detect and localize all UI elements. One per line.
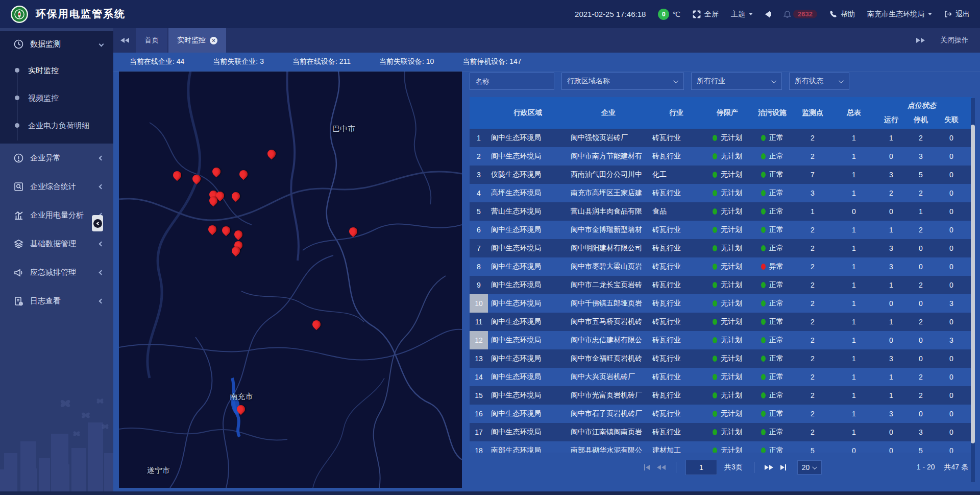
status-dot-icon (713, 319, 717, 325)
row-number: 18 (470, 441, 488, 453)
cell-limit: 无计划 (703, 368, 751, 386)
table-row[interactable]: 11阆中生态环境局阆中市五马桥页岩机砖砖瓦行业无计划正常21120 (470, 313, 972, 331)
table-row[interactable]: 15阆中生态环境局阆中市光富页岩机砖厂砖瓦行业无计划正常21120 (470, 386, 972, 405)
cell-run: 0 (876, 294, 906, 313)
cell-stop: 5 (906, 166, 935, 184)
table-row[interactable]: 5营山生态环境局营山县润丰肉食品有限食品无计划正常10010 (470, 202, 972, 221)
cell-facility: 正常 (751, 129, 793, 147)
logout-button[interactable]: 退出 (944, 10, 970, 19)
header-datetime: 2021-02-25 17:46:18 (575, 10, 646, 18)
table-row[interactable]: 14阆中生态环境局阆中大兴页岩机砖厂砖瓦行业无计划正常21120 (470, 368, 972, 386)
sidebar-item-power-load-detail[interactable]: 企业电力负荷明细 (0, 112, 113, 139)
cell-region: 阆中生态环境局 (488, 294, 568, 313)
cell-limit: 无计划 (703, 349, 751, 368)
speaker-icon[interactable] (765, 11, 771, 18)
notification-bell[interactable]: 2632 (783, 10, 817, 18)
row-number: 10 (470, 294, 488, 313)
table-row[interactable]: 4高坪生态环境局南充市高坪区王家店建砖瓦行业无计划正常31220 (470, 184, 972, 202)
table-row[interactable]: 1阆中生态环境局阆中强锐页岩砖厂砖瓦行业无计划正常21120 (470, 129, 972, 147)
map-pin-icon[interactable] (239, 170, 248, 182)
sidebar-group-log-view[interactable]: 日志查看 (0, 287, 113, 315)
sidebar-item-video-monitor[interactable]: 视频监控 (0, 84, 113, 112)
sidebar-item-realtime-monitor[interactable]: 实时监控 (0, 57, 113, 84)
cell-company: 阆中千佛镇五郎垭页岩 (568, 294, 649, 313)
cell-lost: 0 (935, 313, 968, 331)
stat-item: 当前失联企业: 3 (213, 57, 264, 66)
table-row[interactable]: 6阆中生态环境局阆中市金博瑞新型墙材砖瓦行业无计划正常21120 (470, 221, 972, 239)
cell-company: 阆中市忠信建材有限公 (568, 331, 649, 349)
next-page-button[interactable] (764, 464, 774, 471)
close-operations-button[interactable]: 关闭操作 (940, 36, 969, 45)
table-scrollbar[interactable] (971, 125, 975, 443)
map-collapse-handle[interactable] (92, 215, 103, 231)
map-pin-icon[interactable] (209, 196, 218, 208)
table-row[interactable]: 2阆中生态环境局阆中市南方节能建材有砖瓦行业无计划正常21030 (470, 147, 972, 166)
page-size-select[interactable]: 20 (797, 460, 822, 475)
page-input[interactable] (685, 460, 717, 475)
status-filter-select[interactable]: 所有状态 (789, 73, 849, 90)
cell-limit: 无计划 (703, 221, 751, 239)
tab-home[interactable]: 首页 (136, 28, 167, 53)
table-row[interactable]: 3仪陇生态环境局西南油气田分公司川中化工无计划正常71350 (470, 166, 972, 184)
chevron-down-icon (99, 41, 104, 46)
cell-run: 1 (876, 221, 906, 239)
table-row[interactable]: 13阆中生态环境局阆中市金福旺页岩机砖砖瓦行业无计划正常21300 (470, 349, 972, 368)
industry-filter-select[interactable]: 所有行业 (691, 73, 782, 90)
cell-limit: 无计划 (703, 166, 751, 184)
table-row[interactable]: 10阆中生态环境局阆中千佛镇五郎垭页岩砖瓦行业无计划正常21003 (470, 294, 972, 313)
status-dot-icon (761, 282, 766, 288)
sidebar-group-emergency-reduction[interactable]: 应急减排管理 (0, 258, 113, 287)
help-button[interactable]: 帮助 (829, 10, 855, 19)
fullscreen-button[interactable]: 全屏 (693, 10, 719, 19)
map-pin-icon[interactable] (208, 225, 217, 237)
table-row[interactable]: 9阆中生态环境局阆中市二龙长宝页岩砖砖瓦行业无计划正常21120 (470, 276, 972, 294)
map-pin-icon[interactable] (267, 149, 276, 161)
map-pin-icon[interactable] (231, 192, 240, 204)
cell-lost: 0 (935, 202, 968, 221)
tab-scroll-right-icon[interactable] (916, 38, 925, 43)
sidebar-group-enterprise-stats[interactable]: 企业综合统计 (0, 172, 113, 201)
map-pin-icon[interactable] (349, 227, 358, 239)
map-pin-icon[interactable] (222, 226, 231, 238)
table-row[interactable]: 8阆中生态环境局阆中市枣碧大梁山页岩砖瓦行业无计划异常21300 (470, 257, 972, 276)
cell-region: 营山生态环境局 (488, 202, 568, 221)
last-page-button[interactable] (779, 463, 787, 472)
status-dot-icon (713, 411, 717, 417)
sidebar-group-enterprise-abnormal[interactable]: 企业异常 (0, 144, 113, 172)
map-pin-icon[interactable] (212, 167, 221, 179)
stat-value: 147 (509, 57, 521, 65)
cell-company: 南充市高坪区王家店建 (568, 184, 649, 202)
cell-monitor: 2 (793, 386, 832, 405)
map-pin-icon[interactable] (231, 246, 240, 258)
cell-stop: 0 (906, 257, 935, 276)
table-row[interactable]: 16阆中生态环境局阆中市石子页岩机砖厂砖瓦行业无计划正常21300 (470, 405, 972, 423)
cell-region: 阆中生态环境局 (488, 405, 568, 423)
map-pin-icon[interactable] (192, 174, 201, 186)
stat-item: 当前在线企业: 44 (130, 57, 184, 66)
map-pin-icon[interactable] (312, 320, 321, 332)
table-row[interactable]: 18南部生态环境局南部县砌华水泥有限公建材加工无计划正常50050 (470, 441, 972, 453)
table-row[interactable]: 17阆中生态环境局阆中市江南镇阆南页岩砖瓦行业无计划正常21030 (470, 423, 972, 441)
tab-realtime[interactable]: 实时监控× (168, 28, 226, 53)
cell-industry: 砖瓦行业 (649, 423, 703, 441)
sidebar-group-toggle-data-monitoring[interactable]: 数据监测 (0, 31, 113, 57)
map-panel[interactable]: 巴中市南充市遂宁市 (119, 72, 462, 488)
layers-icon (13, 239, 23, 249)
region-filter-select[interactable]: 行政区域名称 (561, 73, 684, 90)
map-pin-icon[interactable] (173, 171, 182, 183)
name-filter-input[interactable] (470, 73, 554, 90)
cell-run: 1 (876, 276, 906, 294)
first-page-button[interactable] (643, 463, 651, 472)
phone-icon (829, 10, 837, 18)
cell-stop: 0 (906, 331, 935, 349)
cell-stop: 2 (906, 276, 935, 294)
close-icon[interactable]: × (210, 37, 217, 44)
prev-page-button[interactable] (656, 464, 667, 471)
table-row[interactable]: 7阆中生态环境局阆中明阳建材有限公司砖瓦行业无计划正常21300 (470, 239, 972, 257)
tab-scroll-left-icon[interactable] (113, 28, 136, 53)
table-row[interactable]: 12阆中生态环境局阆中市忠信建材有限公砖瓦行业无计划正常21003 (470, 331, 972, 349)
theme-dropdown[interactable]: 主题 (731, 10, 753, 19)
map-pin-icon[interactable] (236, 405, 246, 417)
org-dropdown[interactable]: 南充市生态环境局 (867, 10, 932, 19)
sidebar-group-base-data[interactable]: 基础数据管理 (0, 229, 113, 258)
